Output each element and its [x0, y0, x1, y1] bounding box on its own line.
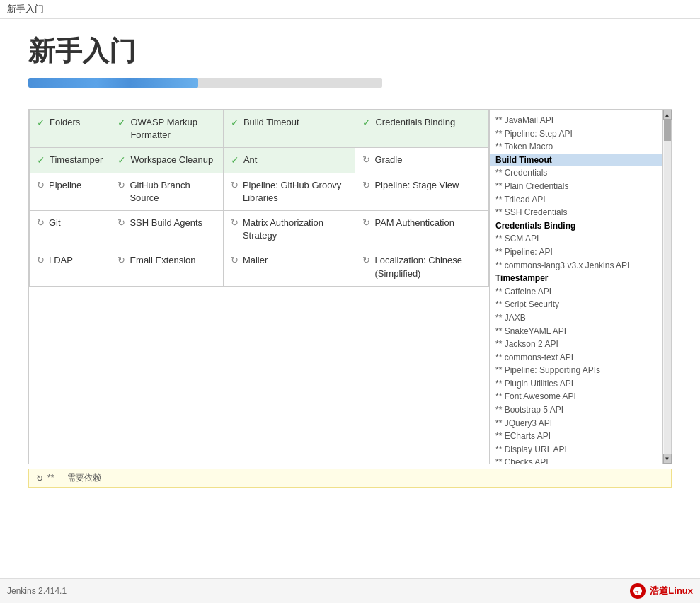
- sidebar-dep-item: ** SCM API: [495, 232, 657, 246]
- sidebar-dep-item: Credentials Binding: [495, 219, 657, 233]
- plugin-label: Matrix Authorization Strategy: [243, 217, 348, 242]
- watermark-logo: π: [630, 583, 646, 599]
- sidebar-dep-item: Timestamper: [495, 272, 657, 285]
- sidebar-dep-item: ** JQuery3 API: [495, 417, 657, 430]
- spinner-icon: ↻: [117, 180, 125, 190]
- plugin-cell[interactable]: ✓Timestamper: [30, 148, 110, 173]
- plugin-cell[interactable]: ↻Localization: Chinese (Simplified): [355, 248, 489, 286]
- sidebar-dep-item: ** Token Macro: [495, 140, 657, 154]
- plugin-label: PAM Authentication: [374, 217, 454, 229]
- sidebar-dep-item: ** Pipeline: Step API: [495, 127, 657, 141]
- plugin-cell[interactable]: ↻Pipeline: GitHub Groovy Libraries: [223, 173, 355, 210]
- plugin-cell[interactable]: ✓Workspace Cleanup: [110, 148, 224, 173]
- plugin-label: GitHub Branch Source: [130, 179, 216, 205]
- plugin-cell[interactable]: ✓Credentials Binding: [355, 110, 489, 148]
- plugin-grid: ✓Folders✓OWASP Markup Formatter✓Build Ti…: [29, 110, 489, 464]
- sidebar-dep-item: ** SSH Credentials: [495, 206, 657, 219]
- sidebar-dep-item: ** Trilead API: [495, 193, 657, 207]
- top-bar: 新手入门: [0, 0, 700, 19]
- scroll-up-arrow[interactable]: ▲: [663, 110, 672, 120]
- sidebar-dep-item: ** Credentials: [495, 166, 657, 180]
- plugin-label: Workspace Cleanup: [130, 154, 213, 166]
- sidebar-dep-item: ** ECharts API: [495, 430, 657, 443]
- sidebar-dep-item: ** commons-lang3 v3.x Jenkins API: [495, 259, 657, 272]
- breadcrumb-link[interactable]: 新手入门: [7, 4, 44, 14]
- scroll-down-arrow[interactable]: ▼: [663, 454, 672, 464]
- dependency-sidebar: ** JavaMail API** Pipeline: Step API** T…: [489, 110, 662, 464]
- plugin-label: Pipeline: [49, 179, 81, 192]
- plugin-label: Git: [49, 217, 61, 229]
- plugin-label: Pipeline: Stage View: [374, 179, 459, 192]
- plugin-label: Gradle: [374, 154, 402, 166]
- check-icon: ✓: [117, 154, 126, 166]
- plugin-label: Build Timeout: [243, 116, 299, 129]
- plugin-cell[interactable]: ✓Folders: [30, 110, 110, 148]
- plugin-label: Ant: [243, 154, 258, 166]
- plugin-table: ✓Folders✓OWASP Markup Formatter✓Build Ti…: [29, 110, 489, 287]
- svg-text:π: π: [635, 589, 639, 595]
- watermark-text: 浩道Linux: [650, 585, 693, 597]
- plugin-label: Pipeline: GitHub Groovy Libraries: [243, 179, 348, 205]
- sidebar-dep-item: ** JavaMail API: [495, 114, 657, 127]
- bottom-bar: Jenkins 2.414.1 π 浩道Linux: [0, 578, 700, 603]
- plugin-cell[interactable]: ↻LDAP: [30, 248, 110, 286]
- plugin-cell[interactable]: ✓Build Timeout: [223, 110, 355, 148]
- plugin-cell[interactable]: ✓OWASP Markup Formatter: [110, 110, 224, 148]
- plugin-label: Localization: Chinese (Simplified): [374, 254, 481, 280]
- sidebar-dep-item: ** Plain Credentials: [495, 180, 657, 193]
- sidebar-dep-item: ** Bootstrap 5 API: [495, 403, 657, 417]
- spinner-icon: ↻: [231, 217, 239, 228]
- plugin-cell[interactable]: ✓Ant: [223, 148, 355, 173]
- spinner-icon: ↻: [362, 180, 370, 190]
- sidebar-dep-item: ** Pipeline: Supporting APIs: [495, 364, 657, 377]
- scrollbar[interactable]: ▲ ▼: [662, 110, 671, 464]
- sidebar-dep-item: ** Display URL API: [495, 443, 657, 456]
- spinner-icon: ↻: [37, 217, 45, 228]
- check-icon: ✓: [37, 117, 45, 128]
- check-icon: ✓: [231, 154, 239, 166]
- plugin-cell[interactable]: ↻Matrix Authorization Strategy: [223, 210, 355, 248]
- spinner-icon: ↻: [362, 154, 370, 165]
- sidebar-dep-item: ** Checks API: [495, 456, 657, 464]
- sidebar-dep-item: ** Font Awesome API: [495, 390, 657, 403]
- check-icon: ✓: [117, 117, 126, 128]
- sidebar-dep-item: ** Caffeine API: [495, 285, 657, 299]
- plugin-label: SSH Build Agents: [130, 217, 202, 229]
- hint-icon: ↻: [36, 473, 43, 483]
- plugin-cell[interactable]: ↻Git: [30, 210, 110, 248]
- plugin-cell[interactable]: ↻GitHub Branch Source: [110, 173, 224, 210]
- sidebar-dep-item: ** JAXB: [495, 311, 657, 325]
- plugin-cell[interactable]: ↻Email Extension: [110, 248, 224, 286]
- plugin-label: Mailer: [243, 254, 268, 267]
- sidebar-dep-item: ** Jackson 2 API: [495, 338, 657, 351]
- plugin-cell[interactable]: ↻SSH Build Agents: [110, 210, 224, 248]
- plugin-cell[interactable]: ↻PAM Authentication: [355, 210, 489, 248]
- plugin-cell[interactable]: ↻Mailer: [223, 248, 355, 286]
- hint-bar: ↻ ** — 需要依赖: [28, 469, 672, 488]
- plugin-cell[interactable]: ↻Pipeline: [30, 173, 110, 210]
- sidebar-dep-item: Build Timeout: [490, 154, 662, 167]
- check-icon: ✓: [231, 117, 239, 128]
- progress-bar-container: [28, 78, 382, 88]
- plugin-label: Credentials Binding: [375, 116, 455, 129]
- sidebar-dep-item: ** Plugin Utilities API: [495, 377, 657, 391]
- spinner-icon: ↻: [362, 217, 370, 228]
- sidebar-dep-item: ** commons-text API: [495, 351, 657, 364]
- sidebar-dep-item: ** Pipeline: API: [495, 246, 657, 259]
- plugin-cell[interactable]: ↻Gradle: [355, 148, 489, 173]
- plugin-label: Folders: [50, 116, 80, 129]
- plugin-cell[interactable]: ↻Pipeline: Stage View: [355, 173, 489, 210]
- spinner-icon: ↻: [362, 255, 370, 265]
- plugin-label: LDAP: [49, 254, 73, 267]
- page-title: 新手入门: [28, 33, 672, 69]
- scroll-track: [664, 120, 671, 454]
- spinner-icon: ↻: [231, 180, 239, 190]
- check-icon: ✓: [37, 154, 45, 166]
- plugin-label: Email Extension: [130, 254, 195, 267]
- spinner-icon: ↻: [37, 180, 45, 190]
- plugin-label: Timestamper: [50, 154, 103, 166]
- bottom-right: π 浩道Linux: [630, 583, 693, 599]
- scroll-thumb[interactable]: [664, 120, 671, 141]
- jenkins-version: Jenkins 2.414.1: [7, 586, 67, 596]
- check-icon: ✓: [362, 117, 371, 128]
